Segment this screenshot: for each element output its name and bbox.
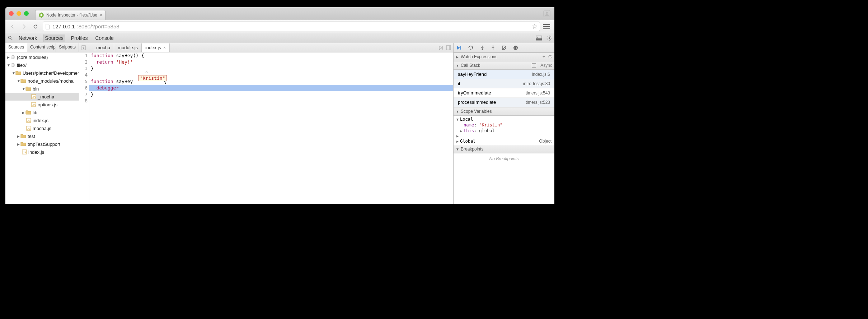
search-icon[interactable] [8,35,13,41]
line-gutter: 12345678 [79,52,89,204]
svg-point-7 [9,36,11,39]
close-file-icon[interactable]: × [163,45,166,50]
refresh-watch-icon[interactable] [548,55,552,59]
tab-sources[interactable]: Sources [43,34,65,42]
watch-section-header[interactable]: ▶Watch Expressions + [454,52,554,61]
file-tree: ▶ (core modules) ▼ file:// ▼Users/pletch… [5,52,79,204]
tree-path[interactable]: ▼Users/pletcher/Development/ [5,69,79,77]
deactivate-breakpoints-icon[interactable] [502,45,507,50]
async-checkbox[interactable] [532,63,536,68]
maximize-window-button[interactable] [24,11,29,16]
tree-root-index[interactable]: JSindex.js [5,148,79,156]
bookmark-star-icon[interactable] [532,24,538,29]
globe-icon [10,63,15,68]
drawer-toggle-icon[interactable]: >_ [536,36,542,41]
stack-frame[interactable]: processImmediatetimers.js:523 [454,98,554,107]
scope-global[interactable]: ▶ GlobalObject [454,138,554,144]
browser-tab-bar: Node Inspector - file:///Use × [5,7,554,20]
add-watch-icon[interactable]: + [543,54,545,59]
stack-frame[interactable]: tryOnImmediatetimers.js:543 [454,88,554,98]
svg-text:JS: JS [23,151,26,154]
scope-var-this[interactable]: ▶ this: global [454,128,554,134]
devtools-toolbar: Network Sources Profiles Console >_ [5,33,554,43]
left-tab-snippets[interactable]: Snippets [56,43,79,52]
scope-closure[interactable]: ▶ [454,134,554,138]
svg-rect-4 [543,24,550,25]
tree-lib[interactable]: ▶lib [5,108,79,116]
forward-button[interactable] [20,22,28,31]
folder-icon [20,78,26,83]
url-input[interactable]: 127.0.0.1:8080/?port=5858 [43,22,540,31]
stack-frame[interactable]: sayHeyFriendindex.js:6 [454,70,554,79]
left-tab-sources[interactable]: Sources [5,43,27,52]
folder-icon [20,142,26,147]
minimize-window-button[interactable] [17,11,21,16]
left-panel-tabs: Sources Content scrip… Snippets [5,43,79,52]
scope-local[interactable]: ▼ Local [454,116,554,122]
toggle-sidebar-icon[interactable] [446,45,451,50]
svg-text:JS: JS [27,119,31,122]
step-out-icon[interactable] [491,45,495,50]
value-tooltip: "Kristin" [138,75,167,81]
tab-profiles[interactable]: Profiles [70,34,90,42]
scope-section-header[interactable]: ▼Scope Variables [454,107,554,116]
tree-test[interactable]: ▶test [5,132,79,140]
browser-tab[interactable]: Node Inspector - file:///Use × [35,10,105,20]
run-snippet-icon[interactable] [438,45,443,50]
code-editor[interactable]: 12345678 function sayHey() { return 'Hey… [79,52,453,204]
close-tab-icon[interactable]: × [99,12,102,18]
svg-point-3 [546,11,548,14]
callstack-section-header[interactable]: ▼Call Stack Async [454,61,554,70]
tree-bin[interactable]: ▼bin [5,85,79,93]
folder-icon [25,110,31,115]
editor-history-icon[interactable] [79,45,90,50]
tree-tmp[interactable]: ▶tmpTestSupport [5,140,79,148]
no-breakpoints-label: No Breakpoints [454,153,554,164]
user-profile-icon[interactable] [543,10,551,18]
file-tab-index[interactable]: index.js× [142,43,170,52]
address-bar: 127.0.0.1:8080/?port=5858 [5,20,554,33]
tree-file-index[interactable]: JSindex.js [5,116,79,124]
scope-var-name[interactable]: name: "Kristin" [454,122,554,128]
back-button[interactable] [8,22,17,31]
svg-rect-33 [460,46,461,50]
svg-rect-10 [536,38,542,40]
globe-icon [10,55,15,60]
js-file-icon: JS [31,102,36,107]
tab-console[interactable]: Console [94,34,115,42]
favicon-icon [38,12,44,18]
tree-core-modules[interactable]: ▶ (core modules) [5,53,79,61]
tree-file-root[interactable]: ▼ file:// [5,61,79,69]
settings-gear-icon[interactable] [546,35,552,41]
breakpoints-section-header[interactable]: ▼Breakpoints [454,145,554,153]
pause-exceptions-icon[interactable] [513,45,518,50]
svg-rect-31 [446,46,451,50]
svg-rect-42 [516,47,517,49]
svg-point-38 [493,45,494,46]
tab-network[interactable]: Network [17,34,39,42]
tree-node-modules[interactable]: ▼node_modules/mocha [5,77,79,85]
tree-file-mocha[interactable]: JS_mocha [5,93,79,101]
tree-file-options[interactable]: JSoptions.js [5,101,79,108]
step-into-icon[interactable] [480,45,484,50]
chrome-menu-icon[interactable] [543,24,552,29]
svg-text:JS: JS [32,96,36,99]
js-file-icon: JS [31,94,36,99]
svg-text:JS: JS [27,127,31,130]
reload-button[interactable] [31,22,40,31]
editor-file-tabs: _mocha module.js index.js× [79,43,453,52]
file-tab-mocha[interactable]: _mocha [90,43,114,52]
step-over-icon[interactable] [468,45,474,50]
svg-text:>_: >_ [537,36,540,39]
tree-file-mochajs[interactable]: JSmocha.js [5,124,79,132]
url-host: 127.0.0.1 [52,23,75,29]
resume-icon[interactable] [456,45,461,50]
stack-frame[interactable]: itintro-test.js:30 [454,79,554,88]
left-tab-content-scripts[interactable]: Content scrip… [27,43,56,52]
file-tab-module[interactable]: module.js [114,43,142,52]
svg-rect-5 [543,26,550,27]
close-window-button[interactable] [9,11,14,16]
svg-line-8 [11,38,12,40]
folder-icon [15,70,21,75]
js-file-icon: JS [26,118,31,123]
